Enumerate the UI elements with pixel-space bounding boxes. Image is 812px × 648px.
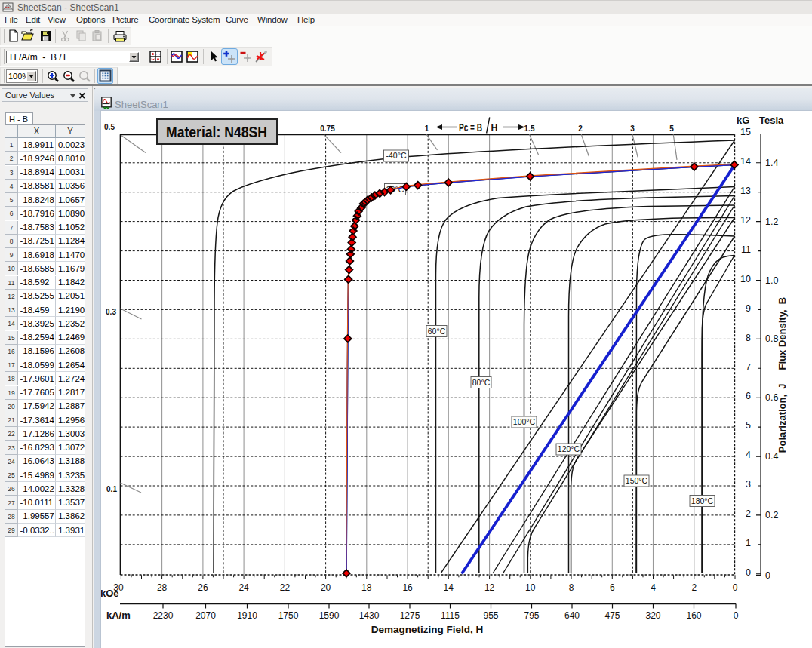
svg-text:4: 4 — [746, 450, 751, 460]
svg-text:0: 0 — [746, 567, 751, 578]
svg-text:kOe: kOe — [101, 588, 119, 599]
svg-text:795: 795 — [524, 610, 539, 621]
svg-text:Material: N48SH: Material: N48SH — [166, 124, 267, 140]
svg-text:9: 9 — [746, 303, 751, 314]
svg-text:22: 22 — [280, 582, 291, 593]
svg-text:2070: 2070 — [195, 610, 216, 621]
svg-text:H: H — [491, 121, 498, 134]
svg-text:1.2: 1.2 — [765, 217, 778, 227]
svg-text:2: 2 — [578, 124, 583, 133]
svg-text:0.5: 0.5 — [104, 123, 115, 131]
svg-text:26: 26 — [198, 582, 208, 593]
svg-text:Tesla: Tesla — [759, 115, 784, 126]
svg-text:4: 4 — [651, 582, 656, 593]
svg-text:8: 8 — [569, 582, 574, 593]
svg-text:1.4: 1.4 — [765, 158, 778, 168]
svg-text:kA/m: kA/m — [106, 610, 131, 621]
svg-text:14: 14 — [444, 582, 454, 593]
svg-text:0: 0 — [765, 570, 770, 581]
svg-text:640: 640 — [564, 610, 580, 621]
svg-text:0.3: 0.3 — [106, 308, 116, 316]
svg-text:14: 14 — [740, 156, 751, 167]
svg-text:0.1: 0.1 — [106, 485, 117, 493]
svg-text:0: 0 — [733, 582, 738, 593]
svg-text:5: 5 — [746, 420, 751, 431]
svg-text:3: 3 — [630, 124, 635, 133]
svg-text:3: 3 — [746, 479, 751, 490]
svg-text:1910: 1910 — [237, 610, 257, 621]
svg-text:320: 320 — [645, 610, 660, 621]
svg-text:1: 1 — [425, 124, 429, 133]
svg-text:6: 6 — [610, 582, 615, 593]
svg-text:1430: 1430 — [359, 610, 380, 621]
svg-text:1590: 1590 — [319, 610, 340, 621]
svg-text:8: 8 — [746, 333, 751, 343]
svg-text:475: 475 — [604, 610, 620, 621]
svg-text:1115: 1115 — [441, 610, 460, 621]
svg-text:7: 7 — [746, 362, 751, 373]
svg-text:2: 2 — [691, 582, 697, 593]
svg-text:16: 16 — [402, 582, 413, 593]
svg-text:0.75: 0.75 — [320, 124, 335, 133]
svg-text:10: 10 — [740, 274, 751, 284]
svg-text:1.0: 1.0 — [765, 275, 778, 286]
svg-text:11: 11 — [741, 244, 751, 255]
svg-text:0.2: 0.2 — [765, 510, 778, 521]
svg-text:180°C: 180°C — [691, 496, 714, 505]
svg-text:15: 15 — [740, 127, 751, 137]
svg-text:2230: 2230 — [153, 610, 174, 621]
svg-text:18: 18 — [361, 582, 372, 593]
svg-text:0: 0 — [734, 610, 739, 621]
svg-text:kG: kG — [737, 115, 749, 126]
svg-text:2: 2 — [746, 508, 751, 519]
svg-text:120°C: 120°C — [558, 444, 580, 453]
svg-text:Pc = B: Pc = B — [459, 121, 482, 134]
svg-text:1: 1 — [746, 538, 751, 548]
svg-text:60°C: 60°C — [428, 327, 446, 336]
svg-text:10: 10 — [525, 582, 536, 593]
svg-text:Demagnetizing Field, H: Demagnetizing Field, H — [371, 624, 484, 635]
svg-text:1275: 1275 — [400, 610, 420, 621]
svg-text:20: 20 — [321, 582, 331, 593]
svg-text:80°C: 80°C — [472, 378, 491, 387]
svg-text:12: 12 — [740, 215, 751, 226]
svg-text:160: 160 — [686, 610, 701, 621]
svg-text:13: 13 — [740, 186, 751, 196]
svg-text:1.5: 1.5 — [524, 124, 535, 133]
svg-text:Polarization, J Flux Dens: Polarization, J Flux Density, B — [777, 297, 788, 453]
svg-text:6: 6 — [746, 391, 751, 401]
svg-text:150°C: 150°C — [626, 476, 648, 485]
svg-text:-40°C: -40°C — [386, 151, 407, 160]
svg-text:12: 12 — [484, 582, 495, 593]
svg-text:5: 5 — [669, 124, 674, 133]
svg-text:955: 955 — [483, 610, 498, 621]
svg-text:100°C: 100°C — [513, 417, 536, 426]
svg-text:24: 24 — [238, 582, 249, 593]
svg-text:28: 28 — [157, 582, 168, 593]
svg-text:1750: 1750 — [278, 610, 299, 621]
